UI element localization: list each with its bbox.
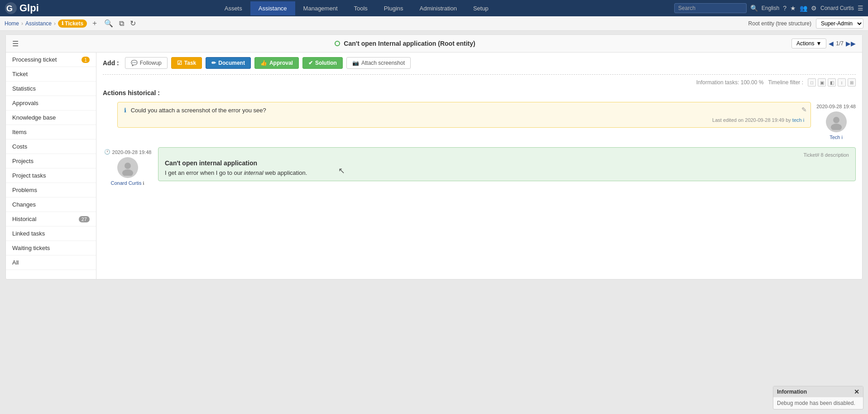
timestamp-right: 2020-09-28 19:48 (816, 104, 856, 109)
timeline-icon-4[interactable]: ↕ (838, 78, 846, 87)
sidebar-item-all[interactable]: All (6, 255, 96, 270)
svg-point-2 (833, 117, 839, 123)
gear-icon[interactable]: ⚙ (811, 5, 817, 12)
approval-button[interactable]: 👍 Approval (254, 57, 299, 69)
list-icon[interactable]: ☰ (12, 39, 19, 48)
search-input[interactable] (674, 3, 747, 13)
tickets-label: Tickets (65, 20, 83, 27)
followup-button[interactable]: 💬 Followup (125, 57, 168, 69)
help-icon[interactable]: ? (783, 5, 786, 12)
top-bar-right: 🔍 English ? ★ 👥 ⚙ Conard Curtis ☰ (674, 3, 863, 13)
info-tasks-text: Information tasks: 100.00 % (696, 79, 764, 86)
screenshot-button[interactable]: 📷 Attach screenshot (346, 57, 411, 69)
sidebar-item-approvals[interactable]: Approvals (6, 96, 96, 111)
status-dot (335, 41, 340, 46)
description-text-prefix: I get an error when I go to our (165, 169, 244, 176)
bookmark-icon[interactable]: ★ (790, 5, 796, 12)
ticket-actions-right: Actions ▼ ◀ 1/7 ▶▶ (791, 39, 856, 48)
ticket-ref: Ticket# 8 description (165, 152, 849, 158)
sidebar-item-projects[interactable]: Projects (6, 154, 96, 168)
document-button[interactable]: ✏ Document (206, 57, 251, 69)
prev-arrow[interactable]: ◀ (829, 40, 834, 47)
nav-management[interactable]: Management (295, 1, 346, 15)
svg-text:G: G (6, 4, 13, 13)
tech-name[interactable]: Tech i (830, 135, 843, 140)
sidebar-item-processing-ticket[interactable]: Processing ticket 1 (6, 53, 96, 67)
message-body-yellow: Could you attach a screenshot of the err… (131, 107, 266, 114)
conard-name[interactable]: Conard Curtis ℹ (111, 180, 145, 186)
breadcrumb-home[interactable]: Home (5, 20, 19, 27)
conard-label: Conard Curtis (111, 180, 143, 186)
nav-setup[interactable]: Setup (465, 1, 497, 15)
clock-icon: 🕐 (104, 149, 110, 155)
search-tickets-icon[interactable]: 🔍 (102, 18, 115, 29)
role-select[interactable]: Super-Admin (816, 19, 863, 29)
actions-historical-title: Actions historical : (103, 89, 856, 96)
svg-point-5 (122, 169, 133, 176)
logo-icon: G (5, 2, 17, 14)
nav-administration[interactable]: Administration (412, 1, 465, 15)
top-nav: Assets Assistance Management Tools Plugi… (43, 1, 670, 15)
timeline-icons: □ ▣ ◧ ↕ ⊞ (808, 78, 856, 87)
nav-plugins[interactable]: Plugins (376, 1, 412, 15)
sidebar-label-items: Items (12, 129, 27, 135)
nav-assets[interactable]: Assets (216, 1, 250, 15)
sidebar-item-items[interactable]: Items (6, 125, 96, 140)
timeline-right-1: 2020-09-28 19:48 Tech i (816, 102, 856, 140)
hamburger-icon[interactable]: ☰ (858, 5, 863, 12)
breadcrumb-assistance[interactable]: Assistance (25, 20, 52, 27)
sidebar-label-waiting: Waiting tickets (12, 245, 50, 251)
sidebar-label-costs: Costs (12, 143, 27, 150)
sidebar-item-linked-tasks[interactable]: Linked tasks (6, 226, 96, 241)
timestamp-left: 2020-09-28 19:48 (112, 149, 152, 155)
sidebar-item-statistics[interactable]: Statistics (6, 82, 96, 96)
sidebar-item-historical[interactable]: Historical 27 (6, 212, 96, 226)
timeline-icon-3[interactable]: ◧ (828, 78, 836, 87)
sidebar-label-problems: Problems (12, 187, 37, 193)
task-label: Task (184, 60, 196, 66)
nav-assistance[interactable]: Assistance (250, 1, 295, 15)
ticket-header: ☰ Can't open Internal application (Root … (6, 35, 862, 53)
refresh-icon[interactable]: ↻ (128, 18, 138, 29)
task-icon: ☑ (177, 60, 182, 66)
next-arrow[interactable]: ▶▶ (846, 40, 856, 47)
sidebar-label-project-tasks: Project tasks (12, 172, 46, 179)
screenshot-label: Attach screenshot (361, 60, 405, 66)
user-name[interactable]: Conard Curtis (820, 5, 854, 11)
task-button[interactable]: ☑ Task (171, 57, 202, 69)
timeline-icon-1[interactable]: □ (808, 78, 816, 87)
sidebar-item-costs[interactable]: Costs (6, 140, 96, 154)
clock-row: 🕐 2020-09-28 19:48 (104, 149, 152, 155)
users-icon[interactable]: 👥 (800, 5, 807, 12)
add-ticket-icon[interactable]: ＋ (89, 18, 100, 29)
edit-icon[interactable]: ✎ (801, 106, 807, 113)
timeline-icon-5[interactable]: ⊞ (848, 78, 856, 87)
tickets-badge[interactable]: ℹ Tickets (58, 19, 87, 28)
language-selector[interactable]: English (762, 5, 779, 11)
sidebar: Processing ticket 1 Ticket Statistics Ap… (6, 53, 96, 279)
footer-link[interactable]: tech i (792, 117, 804, 123)
actions-button[interactable]: Actions ▼ (791, 39, 826, 48)
solution-button[interactable]: ✔ Solution (302, 57, 343, 69)
sidebar-item-knowledge-base[interactable]: Knowledge base (6, 111, 96, 125)
timeline-entry-1: ✎ ℹ Could you attach a screenshot of the… (103, 102, 856, 140)
svg-point-3 (831, 124, 842, 130)
ticket-description-body: I get an error when I go to our internal… (165, 169, 849, 176)
sidebar-item-ticket[interactable]: Ticket (6, 67, 96, 82)
breadcrumb-sep2: › (54, 20, 56, 27)
sidebar-item-changes[interactable]: Changes (6, 197, 96, 212)
filter-icon[interactable]: ⧉ (117, 19, 126, 29)
ticket-title: Can't open Internal application (Root en… (22, 40, 788, 47)
sidebar-item-problems[interactable]: Problems (6, 183, 96, 197)
sidebar-item-project-tasks[interactable]: Project tasks (6, 168, 96, 183)
ticket-body: Processing ticket 1 Ticket Statistics Ap… (6, 53, 862, 279)
footer-text: Last edited on 2020-09-28 19:49 by (712, 117, 792, 123)
logo[interactable]: G Glpi (5, 2, 39, 14)
description-text-italic: internal (244, 169, 264, 176)
followup-label: Followup (140, 60, 162, 66)
sidebar-item-waiting-tickets[interactable]: Waiting tickets (6, 241, 96, 255)
avatar-conard (117, 157, 138, 178)
search-icon[interactable]: 🔍 (750, 5, 758, 12)
timeline-icon-2[interactable]: ▣ (818, 78, 826, 87)
nav-tools[interactable]: Tools (346, 1, 376, 15)
